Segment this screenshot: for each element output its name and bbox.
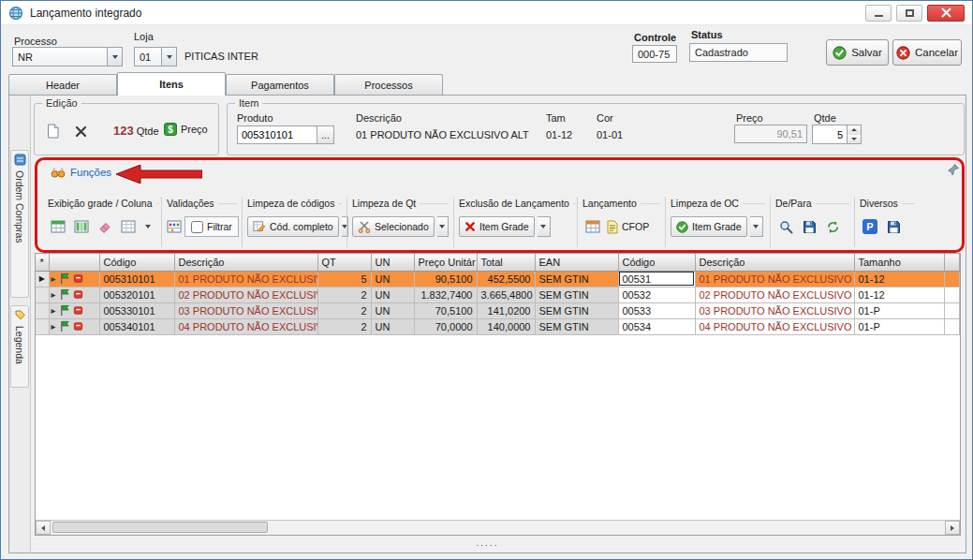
cell-descricao[interactable]: 03 PRODUTO NÃO EXCLUSIVO: [174, 302, 317, 318]
pin-icon[interactable]: [947, 163, 960, 176]
grid-column-header[interactable]: Preço Unitár: [414, 254, 477, 271]
grid-column-header[interactable]: Tamanho: [854, 254, 944, 271]
exclusao-item-grade-button[interactable]: Item Grade: [459, 216, 535, 237]
grid-column-header[interactable]: [49, 254, 99, 271]
exclusao-dropdown[interactable]: [538, 216, 551, 237]
grid-column-header[interactable]: Descrição: [695, 254, 854, 271]
save-button[interactable]: Salvar: [826, 39, 889, 66]
cell-preco-unitario[interactable]: 70,5100: [414, 302, 477, 318]
sidebar-tab-ordem-compras[interactable]: Ordem Compras: [10, 150, 29, 298]
table-row[interactable]: ▸00533010103 PRODUTO NÃO EXCLUSIVO2UN70,…: [36, 302, 960, 318]
filtrar-checkbox[interactable]: [191, 221, 203, 233]
grid-column-header[interactable]: EAN: [535, 254, 618, 271]
row-expand-icon[interactable]: ▸: [52, 273, 56, 284]
grid-column-header[interactable]: Total: [477, 254, 535, 271]
cell-ean[interactable]: SEM GTIN: [535, 302, 618, 318]
produto-input[interactable]: [237, 125, 317, 144]
row-icons-cell[interactable]: ▸: [49, 318, 99, 334]
tab-processos[interactable]: Processos: [334, 74, 443, 95]
cell-qt[interactable]: 2: [317, 318, 371, 334]
funcoes-link[interactable]: Funções: [51, 166, 111, 179]
column-chooser-button[interactable]: [118, 216, 139, 237]
cell-codigo[interactable]: 005330101: [99, 302, 174, 318]
table-row[interactable]: ▸00532010102 PRODUTO NÃO EXCLUSIVO2UN1.8…: [36, 287, 960, 302]
grade-view-button[interactable]: [48, 216, 68, 237]
cell-tamanho[interactable]: 01-12: [854, 287, 944, 302]
limpeza-qt-button[interactable]: Selecionado: [352, 216, 435, 237]
cell-un[interactable]: UN: [371, 302, 414, 318]
cell-tamanho[interactable]: 01-12: [854, 271, 944, 287]
row-icons-cell[interactable]: ▸: [49, 271, 99, 287]
cell-codigo[interactable]: 005310101: [99, 271, 174, 287]
cell-descricao-grade[interactable]: 04 PRODUTO NÃO EXCLUSIVO ST 10: [695, 318, 854, 334]
cell-codigo[interactable]: 005320101: [99, 287, 174, 302]
chevron-down-icon[interactable]: [107, 48, 122, 66]
cell-preco-unitario[interactable]: 70,0000: [414, 318, 477, 334]
cell-descricao-grade[interactable]: 02 PRODUTO NÃO EXCLUSIVO IS: [695, 287, 854, 302]
delete-item-button[interactable]: [70, 121, 91, 141]
close-button[interactable]: [927, 5, 965, 22]
maximize-button[interactable]: [896, 5, 922, 22]
new-item-button[interactable]: [42, 121, 63, 141]
columns-view-button[interactable]: [71, 216, 92, 237]
cell-codigo-grade[interactable]: 00531: [618, 271, 695, 287]
tab-header[interactable]: Header: [8, 74, 117, 95]
cancel-button[interactable]: Cancelar: [892, 39, 962, 66]
limpeza-oc-dropdown[interactable]: [750, 216, 763, 237]
horizontal-scrollbar[interactable]: [36, 520, 960, 535]
cell-preco-unitario[interactable]: 90,5100: [414, 271, 477, 287]
cell-ean[interactable]: SEM GTIN: [535, 271, 618, 287]
cell-ean[interactable]: SEM GTIN: [535, 318, 618, 334]
processo-select[interactable]: NR: [12, 47, 123, 66]
spin-down-button[interactable]: [848, 135, 861, 144]
cell-total[interactable]: 452,5500: [477, 271, 535, 287]
scroll-left-button[interactable]: [36, 521, 51, 535]
cell-descricao[interactable]: 02 PRODUTO NÃO EXCLUSIVO: [174, 287, 317, 302]
cell-descricao[interactable]: 01 PRODUTO NÃO EXCLUSIVO: [174, 271, 317, 287]
item-preco-input[interactable]: [734, 125, 807, 143]
cell-un[interactable]: UN: [371, 318, 414, 334]
grid-column-header[interactable]: Descrição: [174, 254, 317, 271]
lancamento-grade-button[interactable]: [582, 216, 603, 237]
grid-column-header[interactable]: *: [36, 254, 49, 271]
depara-search-button[interactable]: [775, 216, 796, 237]
table-row[interactable]: ▶▸00531010101 PRODUTO NÃO EXCLUSIVO5UN90…: [36, 271, 960, 287]
scroll-right-button[interactable]: [945, 521, 960, 535]
cell-descricao-grade[interactable]: 03 PRODUTO NÃO EXCLUSIVO NAO: [695, 302, 854, 318]
depara-sync-button[interactable]: [822, 216, 843, 237]
row-icons-cell[interactable]: ▸: [49, 302, 99, 318]
cell-tamanho[interactable]: 01-P: [854, 302, 944, 318]
row-expand-icon[interactable]: ▸: [52, 305, 56, 316]
scrollbar-track[interactable]: [51, 521, 945, 535]
clear-layout-button[interactable]: [95, 216, 115, 237]
table-row[interactable]: ▸00534010104 PRODUTO NÃO EXCLUSIVO2UN70,…: [36, 318, 960, 334]
loja-select[interactable]: 01: [134, 47, 177, 66]
cell-descricao[interactable]: 04 PRODUTO NÃO EXCLUSIVO: [174, 318, 317, 334]
cod-completo-button[interactable]: Cód. completo: [247, 216, 339, 237]
cell-total[interactable]: 140,0000: [477, 318, 535, 334]
tab-itens[interactable]: Itens: [117, 72, 226, 96]
cell-codigo[interactable]: 005340101: [99, 318, 174, 334]
grid-column-header[interactable]: Código: [99, 254, 174, 271]
minimize-button[interactable]: [865, 5, 892, 22]
cell-qt[interactable]: 5: [317, 271, 371, 287]
grid-column-header[interactable]: QT: [317, 254, 371, 271]
diversos-p-button[interactable]: P: [860, 216, 880, 237]
produto-browse-button[interactable]: ...: [317, 125, 334, 144]
row-expand-icon[interactable]: ▸: [52, 289, 56, 300]
cell-preco-unitario[interactable]: 1.832,7400: [414, 287, 477, 302]
grid-column-header[interactable]: [944, 254, 960, 271]
cell-total[interactable]: 3.665,4800: [477, 287, 535, 302]
cell-codigo-grade[interactable]: 00532: [618, 287, 695, 302]
grid-column-header[interactable]: UN: [371, 254, 414, 271]
cfop-button[interactable]: CFOP: [606, 220, 649, 234]
cell-tamanho[interactable]: 01-P: [854, 318, 944, 334]
scrollbar-thumb[interactable]: [52, 522, 268, 533]
qtde-input[interactable]: [812, 125, 848, 144]
splitter-grip[interactable]: .....: [9, 538, 966, 548]
cell-qt[interactable]: 2: [317, 302, 371, 318]
exibicao-dropdown-button[interactable]: [141, 216, 155, 237]
row-expand-icon[interactable]: ▸: [52, 321, 56, 332]
diversos-save-button[interactable]: [883, 216, 904, 237]
limpeza-qt-dropdown[interactable]: [437, 216, 449, 237]
